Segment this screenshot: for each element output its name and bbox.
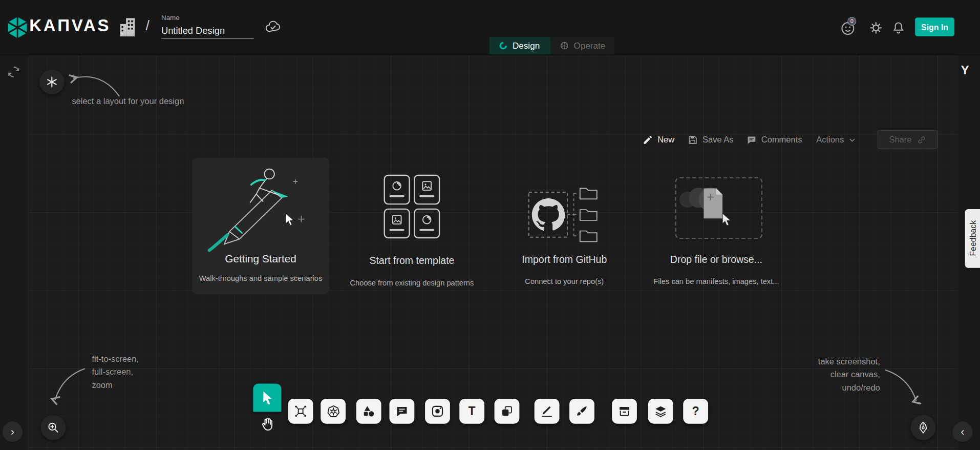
kubernetes-icon xyxy=(326,404,340,418)
tile-line xyxy=(389,195,404,197)
template-tile xyxy=(414,209,440,239)
text-tool-glyph: T xyxy=(468,404,476,418)
design-mode-icon xyxy=(498,40,508,51)
comments-label: Comments xyxy=(761,135,802,144)
comment-tool-button[interactable] xyxy=(389,399,414,424)
layout-asterisk-icon xyxy=(45,75,59,89)
card-title: Drop file or browse... xyxy=(648,254,785,265)
layer5-corner-logo: Y xyxy=(958,63,972,77)
component-tool-button[interactable] xyxy=(288,399,313,424)
pen-nib-icon xyxy=(917,421,930,435)
save-as-label: Save As xyxy=(702,135,733,144)
github-octocat-icon xyxy=(532,198,565,231)
layout-hint-text: select a layout for your design xyxy=(72,94,184,108)
kubernetes-tool-button[interactable] xyxy=(321,399,346,424)
operate-mode-icon xyxy=(560,40,570,51)
template-tile xyxy=(384,209,410,239)
card-subtitle: Files can be manifests, images, text... xyxy=(641,277,791,286)
sign-in-button[interactable]: Sign In xyxy=(915,17,954,36)
select-cursor-icon xyxy=(261,390,273,405)
layers-icon xyxy=(654,404,668,418)
flip-tool-button[interactable] xyxy=(495,399,520,424)
media-tool-button[interactable] xyxy=(425,399,450,424)
share-link-icon xyxy=(917,135,926,144)
tab-operate[interactable]: Operate xyxy=(550,37,614,54)
design-canvas[interactable]: select a layout for your design New Save… xyxy=(0,56,980,450)
help-glyph: ? xyxy=(692,404,699,418)
design-name-input[interactable] xyxy=(161,24,254,38)
cloud-save-status-icon xyxy=(265,19,282,33)
card-subtitle: Walk-throughs and sample scenarios xyxy=(192,274,330,283)
sync-spinner-icon xyxy=(7,65,20,79)
hint-line: zoom xyxy=(92,379,139,392)
tab-design[interactable]: Design xyxy=(489,37,551,54)
save-as-button[interactable]: Save As xyxy=(688,130,734,149)
share-label: Share xyxy=(889,135,911,144)
comment-icon xyxy=(395,404,409,418)
save-floppy-icon xyxy=(688,134,698,145)
flip-rect-icon xyxy=(500,404,514,418)
pan-hand-icon[interactable] xyxy=(260,416,275,431)
help-tool-button[interactable]: ? xyxy=(683,399,708,424)
getting-started-card[interactable]: Getting Started Walk-throughs and sample… xyxy=(192,158,330,294)
feedback-tab[interactable]: Feedback xyxy=(965,209,980,268)
pencil-icon xyxy=(643,134,653,145)
screenshot-hint-arrow xyxy=(880,365,925,410)
header: KAΠVAS / Name Design xyxy=(0,0,980,55)
notifications-bell-icon[interactable] xyxy=(891,21,906,35)
zoom-magnifier-icon xyxy=(46,421,60,435)
expand-left-panel-button[interactable]: › xyxy=(3,422,23,442)
expand-right-panel-button[interactable]: ‹ xyxy=(952,422,972,442)
design-name-label: Name xyxy=(161,14,180,22)
feedback-label: Feedback xyxy=(968,220,977,256)
new-label: New xyxy=(657,135,674,144)
shapes-tool-button[interactable] xyxy=(356,399,381,424)
layout-select-button[interactable] xyxy=(39,70,65,95)
select-tool-button[interactable] xyxy=(253,384,281,412)
tile-line xyxy=(419,229,434,231)
text-tool-button[interactable]: T xyxy=(459,399,484,424)
settings-gear-icon[interactable] xyxy=(869,21,883,35)
hint-line: fit-to-screen, xyxy=(92,353,139,366)
comments-bubble-icon xyxy=(747,134,757,145)
brush-icon xyxy=(575,404,589,418)
image-icon xyxy=(420,179,434,193)
actions-dropdown[interactable]: Actions xyxy=(816,130,856,149)
zoom-hint-arrow xyxy=(45,364,90,409)
card-title: Import from GitHub xyxy=(496,254,633,265)
template-tile xyxy=(384,175,410,205)
hint-line: full-screen, xyxy=(92,365,139,379)
canvas-hints-text: take screenshot, clear canvas, undo/redo xyxy=(780,355,880,394)
comments-button[interactable]: Comments xyxy=(747,130,802,149)
notification-count-badge: 0 xyxy=(847,17,856,26)
drop-file-graphic xyxy=(676,181,745,237)
shapes-icon xyxy=(362,404,376,418)
new-button[interactable]: New xyxy=(643,130,674,149)
tile-line xyxy=(419,195,434,197)
card-title: Start from template xyxy=(343,255,481,267)
card-subtitle: Choose from existing design patterns xyxy=(337,278,487,287)
card-subtitle: Connect to your repo(s) xyxy=(502,277,627,286)
hint-line: take screenshot, xyxy=(780,355,880,368)
draw-pencil-icon xyxy=(540,404,554,418)
app-window: KAΠVAS / Name Design xyxy=(0,0,980,450)
image-icon xyxy=(390,213,404,227)
tab-design-label: Design xyxy=(513,40,540,51)
cursor-pointer-icon xyxy=(722,213,730,226)
template-tile xyxy=(414,175,440,205)
zoom-hints-text: fit-to-screen, full-screen, zoom xyxy=(92,353,139,392)
hint-line: clear canvas, xyxy=(780,368,880,381)
organization-icon[interactable] xyxy=(119,16,136,38)
pen-tool-button[interactable] xyxy=(911,415,936,440)
aperture-icon xyxy=(390,179,404,193)
breadcrumb-separator: / xyxy=(145,17,149,34)
tab-operate-label: Operate xyxy=(574,40,606,51)
kanvas-logo-icon xyxy=(6,16,29,39)
layers-tool-button[interactable] xyxy=(648,399,673,424)
zoom-button[interactable] xyxy=(40,415,66,440)
brush-tool-button[interactable] xyxy=(569,399,594,424)
drawer-tool-button[interactable] xyxy=(612,399,637,424)
draw-tool-button[interactable] xyxy=(535,399,560,424)
share-button[interactable]: Share xyxy=(878,130,938,149)
cursor-pointer-icon xyxy=(284,213,295,227)
